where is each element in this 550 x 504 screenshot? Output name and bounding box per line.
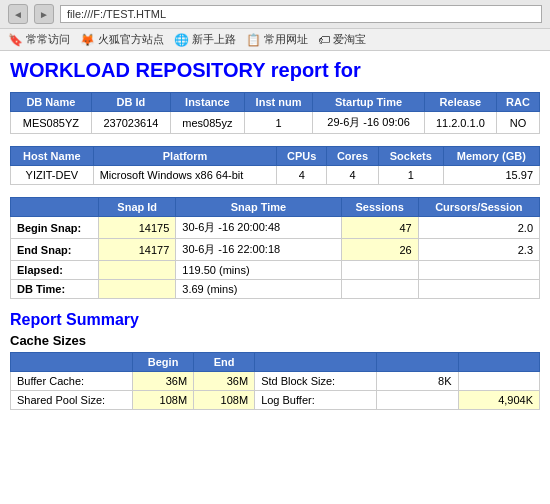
snap-end-cursors: 2.3	[418, 239, 539, 261]
host-col-cores: Cores	[327, 147, 379, 166]
db-col-instnum: Inst num	[244, 93, 313, 112]
fav-3[interactable]: 🌐 新手上路	[174, 32, 236, 47]
host-row: YIZIT-DEV Microsoft Windows x86 64-bit 4…	[11, 166, 540, 185]
snap-end-sessions: 26	[341, 239, 418, 261]
host-col-cpus: CPUs	[277, 147, 327, 166]
fav-icon-2: 🦊	[80, 33, 95, 47]
snap-row-begin: Begin Snap: 14175 30-6月 -16 20:00:48 47 …	[11, 217, 540, 239]
cache-logbuffer-label: Log Buffer:	[255, 391, 377, 410]
report-summary-title: Report Summary	[10, 311, 540, 329]
fav-label-5: 爱淘宝	[333, 32, 366, 47]
snap-begin-sessions: 47	[341, 217, 418, 239]
snap-begin-cursors: 2.0	[418, 217, 539, 239]
snap-dbtime-label: DB Time:	[11, 280, 99, 299]
snap-elapsed-label: Elapsed:	[11, 261, 99, 280]
cache-logbuffer-val: 4,904K	[458, 391, 539, 410]
cache-shared-begin: 108M	[133, 391, 194, 410]
cache-col-end: End	[194, 353, 255, 372]
host-cell-memory: 15.97	[443, 166, 539, 185]
db-col-dbid: DB Id	[91, 93, 170, 112]
snap-begin-label: Begin Snap:	[11, 217, 99, 239]
host-cell-platform: Microsoft Windows x86 64-bit	[93, 166, 277, 185]
cache-buffer-label: Buffer Cache:	[11, 372, 133, 391]
db-row: MES085YZ 237023614 mes085yz 1 29-6月 -16 …	[11, 112, 540, 134]
snap-dbtime-cursors	[418, 280, 539, 299]
db-cell-dbname: MES085YZ	[11, 112, 92, 134]
page-title: WORKLOAD REPOSITORY report for	[10, 59, 540, 82]
cache-row-buffer: Buffer Cache: 36M 36M Std Block Size: 8K	[11, 372, 540, 391]
cache-col-empty	[11, 353, 133, 372]
fav-4[interactable]: 📋 常用网址	[246, 32, 308, 47]
snap-elapsed-sessions	[341, 261, 418, 280]
db-cell-rac: NO	[496, 112, 539, 134]
forward-button[interactable]: ►	[34, 4, 54, 24]
snap-row-elapsed: Elapsed: 119.50 (mins)	[11, 261, 540, 280]
db-col-release: Release	[424, 93, 496, 112]
main-content: WORKLOAD REPOSITORY report for DB Name D…	[0, 51, 550, 422]
snap-begin-time: 30-6月 -16 20:00:48	[176, 217, 341, 239]
browser-bar: ◄ ►	[0, 0, 550, 29]
address-bar[interactable]	[60, 5, 542, 23]
host-cell-hostname: YIZIT-DEV	[11, 166, 94, 185]
host-cell-sockets: 1	[378, 166, 443, 185]
snap-row-end: End Snap: 14177 30-6月 -16 22:00:18 26 2.…	[11, 239, 540, 261]
favorites-bar: 🔖 常常访问 🦊 火狐官方站点 🌐 新手上路 📋 常用网址 🏷 爱淘宝	[0, 29, 550, 51]
cache-stdblock-extra	[458, 372, 539, 391]
host-col-sockets: Sockets	[378, 147, 443, 166]
db-col-dbname: DB Name	[11, 93, 92, 112]
fav-icon-4: 📋	[246, 33, 261, 47]
cache-sizes-title: Cache Sizes	[10, 333, 540, 348]
fav-icon-1: 🔖	[8, 33, 23, 47]
snap-end-id: 14177	[99, 239, 176, 261]
back-button[interactable]: ◄	[8, 4, 28, 24]
snap-col-label	[11, 198, 99, 217]
snap-dbtime-sessions	[341, 280, 418, 299]
snap-row-dbtime: DB Time: 3.69 (mins)	[11, 280, 540, 299]
cache-shared-end: 108M	[194, 391, 255, 410]
fav-5[interactable]: 🏷 爱淘宝	[318, 32, 366, 47]
cache-buffer-end: 36M	[194, 372, 255, 391]
fav-1[interactable]: 🔖 常常访问	[8, 32, 70, 47]
snap-elapsed-id	[99, 261, 176, 280]
db-info-table: DB Name DB Id Instance Inst num Startup …	[10, 92, 540, 134]
snap-end-time: 30-6月 -16 22:00:18	[176, 239, 341, 261]
cache-col-empty3	[377, 353, 458, 372]
fav-2[interactable]: 🦊 火狐官方站点	[80, 32, 164, 47]
snap-dbtime-id	[99, 280, 176, 299]
fav-icon-3: 🌐	[174, 33, 189, 47]
host-cell-cpus: 4	[277, 166, 327, 185]
cache-sizes-table: Begin End Buffer Cache: 36M 36M Std Bloc…	[10, 352, 540, 410]
fav-label-4: 常用网址	[264, 32, 308, 47]
snap-col-cursors: Cursors/Session	[418, 198, 539, 217]
cache-stdblock-label: Std Block Size:	[255, 372, 377, 391]
db-cell-release: 11.2.0.1.0	[424, 112, 496, 134]
host-col-memory: Memory (GB)	[443, 147, 539, 166]
db-col-instance: Instance	[171, 93, 245, 112]
snap-info-table: Snap Id Snap Time Sessions Cursors/Sessi…	[10, 197, 540, 299]
snap-col-sessions: Sessions	[341, 198, 418, 217]
cache-col-begin: Begin	[133, 353, 194, 372]
fav-icon-5: 🏷	[318, 33, 330, 47]
cache-shared-label: Shared Pool Size:	[11, 391, 133, 410]
fav-label-1: 常常访问	[26, 32, 70, 47]
cache-stdblock-val: 8K	[377, 372, 458, 391]
host-info-table: Host Name Platform CPUs Cores Sockets Me…	[10, 146, 540, 185]
snap-col-snapid: Snap Id	[99, 198, 176, 217]
snap-elapsed-cursors	[418, 261, 539, 280]
fav-label-2: 火狐官方站点	[98, 32, 164, 47]
db-cell-dbid: 237023614	[91, 112, 170, 134]
cache-buffer-begin: 36M	[133, 372, 194, 391]
cache-logbuffer-empty	[377, 391, 458, 410]
cache-col-empty4	[458, 353, 539, 372]
cache-col-empty2	[255, 353, 377, 372]
snap-elapsed-time: 119.50 (mins)	[176, 261, 341, 280]
snap-dbtime-time: 3.69 (mins)	[176, 280, 341, 299]
cache-row-shared: Shared Pool Size: 108M 108M Log Buffer: …	[11, 391, 540, 410]
fav-label-3: 新手上路	[192, 32, 236, 47]
snap-end-label: End Snap:	[11, 239, 99, 261]
host-cell-cores: 4	[327, 166, 379, 185]
snap-begin-id: 14175	[99, 217, 176, 239]
db-cell-instnum: 1	[244, 112, 313, 134]
host-col-hostname: Host Name	[11, 147, 94, 166]
db-cell-startup: 29-6月 -16 09:06	[313, 112, 424, 134]
